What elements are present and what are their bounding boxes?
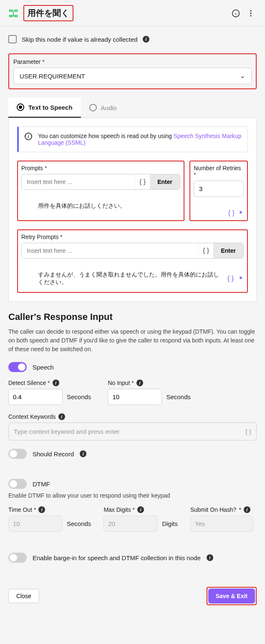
chevron-down-icon: ⌄: [240, 72, 245, 80]
braces-button[interactable]: { }: [135, 174, 150, 189]
timeout-input: [8, 516, 63, 532]
retries-label: Number of Retries: [194, 165, 244, 178]
banner-text: You can customize how speech is read out…: [38, 133, 174, 139]
skip-label: Skip this node if value is already colle…: [22, 36, 138, 43]
retry-prompt-text: すみませんが、うまく聞き取れませんでした。用件を具体的にお話しください。: [38, 271, 223, 286]
detect-silence-label: Detect Silence: [8, 380, 50, 386]
speech-label: Speech: [33, 364, 54, 371]
max-digits-input: [103, 516, 158, 532]
should-record-label: Should Record: [33, 450, 74, 458]
tab-audio-label: Audio: [101, 104, 117, 111]
svg-point-5: [250, 10, 251, 11]
submit-hash-label: Submit On Hash?: [190, 506, 237, 513]
context-input[interactable]: Type context keyword and press enter { }: [8, 423, 257, 440]
skip-checkbox[interactable]: [8, 35, 17, 43]
header: 用件を聞く: [0, 0, 265, 27]
info-icon[interactable]: i: [143, 36, 149, 43]
braces-icon[interactable]: { }: [228, 209, 235, 217]
barge-in-label: Enable barge-in for speech and DTMF coll…: [33, 554, 201, 561]
radio-icon: [89, 104, 97, 111]
dtmf-desc: Enable DTMF to allow your user to respon…: [8, 492, 257, 499]
tab-tts-label: Text to Speech: [28, 104, 73, 111]
braces-icon[interactable]: { }: [227, 275, 234, 282]
response-title: Caller's Response Input: [8, 312, 257, 322]
context-label: Context Keywords: [8, 413, 56, 420]
braces-icon[interactable]: { }: [245, 428, 251, 435]
barge-in-toggle[interactable]: [8, 553, 27, 563]
info-banner: i You can customize how speech is read o…: [17, 126, 248, 152]
info-icon[interactable]: i: [244, 506, 250, 513]
info-icon[interactable]: i: [38, 506, 45, 513]
play-icon[interactable]: [238, 209, 244, 217]
svg-rect-0: [10, 10, 12, 11]
context-placeholder: Type context keyword and press enter: [14, 428, 119, 435]
speech-toggle[interactable]: [8, 362, 27, 372]
timeout-label: Time Out: [8, 506, 36, 513]
braces-button[interactable]: { }: [198, 243, 213, 258]
enter-button[interactable]: Enter: [213, 243, 243, 258]
dtmf-toggle[interactable]: [8, 479, 27, 489]
no-input-input[interactable]: [108, 389, 162, 405]
info-icon[interactable]: i: [136, 380, 143, 386]
info-icon[interactable]: [230, 8, 242, 19]
info-icon[interactable]: i: [207, 554, 213, 561]
retries-input[interactable]: [194, 181, 244, 197]
tab-tts[interactable]: Text to Speech: [8, 98, 81, 118]
more-menu-icon[interactable]: [245, 8, 257, 19]
page-title: 用件を聞く: [28, 8, 69, 18]
retry-prompts-input[interactable]: [22, 243, 198, 258]
unit-label: Seconds: [67, 393, 91, 400]
svg-point-7: [250, 15, 251, 16]
max-digits-label: Max Digits: [103, 506, 135, 513]
prompts-input[interactable]: [22, 174, 135, 189]
dtmf-label: DTMF: [33, 480, 50, 488]
info-icon: i: [25, 133, 32, 140]
info-icon[interactable]: i: [137, 506, 144, 513]
info-icon[interactable]: i: [58, 413, 65, 420]
retry-prompts-label: Retry Prompts: [21, 234, 244, 240]
unit-label: Seconds: [166, 393, 190, 400]
save-exit-button[interactable]: Save & Exit: [208, 589, 255, 604]
tab-audio[interactable]: Audio: [81, 98, 125, 118]
parameter-select[interactable]: USER.REQUIREMENT ⌄: [13, 68, 252, 84]
prompt-item: 用件を具体的にお話しください。: [38, 200, 180, 212]
info-icon[interactable]: i: [80, 450, 86, 457]
svg-rect-3: [15, 15, 17, 17]
tabs: Text to Speech Audio: [8, 98, 257, 118]
retry-prompt-item: すみませんが、うまく聞き取れませんでした。用件を具体的にお話しください。 { }: [38, 269, 244, 289]
svg-point-6: [250, 13, 251, 14]
no-input-label: No Input: [108, 380, 134, 386]
parameter-label: Parameter: [13, 58, 252, 65]
svg-rect-1: [15, 10, 17, 11]
svg-rect-2: [10, 15, 12, 17]
submit-hash-select: Yes: [190, 516, 253, 532]
response-desc: The caller can decide to respond either …: [8, 327, 257, 354]
parameter-value: USER.REQUIREMENT: [20, 73, 85, 80]
detect-silence-input[interactable]: [8, 389, 63, 405]
should-record-toggle[interactable]: [8, 449, 27, 459]
prompt-text: 用件を具体的にお話しください。: [38, 202, 180, 210]
enter-button[interactable]: Enter: [150, 174, 180, 189]
unit-label: Seconds: [67, 520, 91, 527]
node-flow-icon: [8, 8, 18, 18]
info-icon[interactable]: i: [53, 380, 59, 386]
prompts-label: Prompts: [21, 165, 180, 171]
close-button[interactable]: Close: [8, 589, 39, 603]
play-icon[interactable]: [238, 275, 244, 282]
radio-icon: [17, 103, 24, 111]
unit-label: Digits: [162, 520, 178, 527]
